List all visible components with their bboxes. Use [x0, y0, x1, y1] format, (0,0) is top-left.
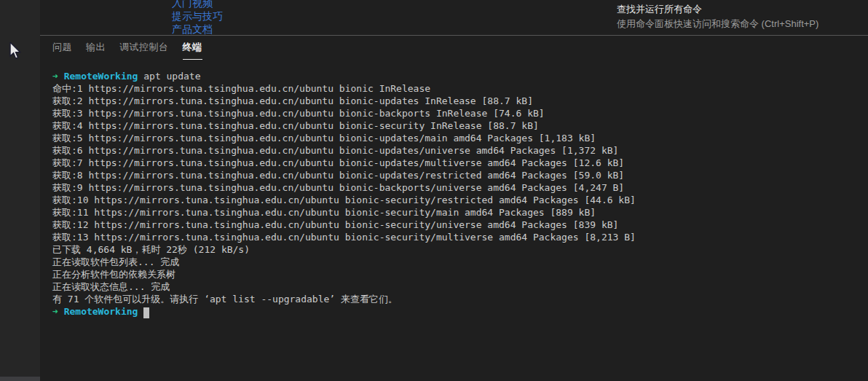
terminal-line: 获取:3 https://mirrors.tuna.tsinghua.edu.c… — [52, 107, 868, 119]
terminal-text-segment: 正在读取状态信息... 完成 — [52, 281, 170, 292]
terminal-text-segment: 获取:7 https://mirrors.tuna.tsinghua.edu.c… — [52, 157, 624, 168]
terminal-text-segment: 命中:1 https://mirrors.tuna.tsinghua.edu.c… — [52, 83, 430, 94]
activity-bar — [0, 0, 40, 381]
terminal-line: 获取:7 https://mirrors.tuna.tsinghua.edu.c… — [52, 157, 868, 169]
terminal-text-segment: 获取:4 https://mirrors.tuna.tsinghua.edu.c… — [52, 120, 539, 131]
terminal-text-segment — [58, 71, 64, 82]
terminal-text-segment: RemoteWorking — [64, 71, 138, 82]
command-palette-subtitle: 使用命令面板快速访问和搜索命令 (Ctrl+Shift+P) — [617, 17, 818, 31]
panel-tab-bar: 问题 输出 调试控制台 终端 — [40, 36, 868, 60]
terminal-line: 正在读取状态信息... 完成 — [52, 280, 868, 293]
tab-debug-console[interactable]: 调试控制台 — [119, 36, 169, 60]
terminal-text-segment: 获取:6 https://mirrors.tuna.tsinghua.edu.c… — [52, 145, 618, 156]
editor-area: 入门视频 提示与技巧 产品文档 查找并运行所有命令 使用命令面板快速访问和搜索命… — [40, 0, 868, 35]
terminal-text-segment: 获取:11 https://mirrors.tuna.tsinghua.edu.… — [52, 207, 596, 218]
terminal-text-segment: 有 71 个软件包可以升级。请执行 ‘apt list --upgradable… — [52, 294, 398, 305]
terminal-text-segment: 获取:12 https://mirrors.tuna.tsinghua.edu.… — [52, 219, 618, 230]
terminal-text-segment: ➜ — [52, 71, 58, 82]
terminal-line: 正在分析软件包的依赖关系树 — [52, 268, 868, 280]
terminal-text-segment: RemoteWorking — [64, 306, 138, 317]
terminal-line: 获取:11 https://mirrors.tuna.tsinghua.edu.… — [52, 206, 868, 219]
terminal-text-segment: 获取:2 https://mirrors.tuna.tsinghua.edu.c… — [52, 95, 533, 106]
vscode-window: 入门视频 提示与技巧 产品文档 查找并运行所有命令 使用命令面板快速访问和搜索命… — [0, 0, 868, 381]
terminal-text-segment — [138, 306, 143, 317]
terminal-line: ➜ RemoteWorking — [52, 305, 868, 318]
command-palette-hint: 查找并运行所有命令 使用命令面板快速访问和搜索命令 (Ctrl+Shift+P) — [617, 2, 818, 31]
terminal-line: 已下载 4,664 kB，耗时 22秒 (212 kB/s) — [52, 243, 868, 256]
terminal-line: 命中:1 https://mirrors.tuna.tsinghua.edu.c… — [52, 82, 868, 95]
terminal-text-segment: 获取:5 https://mirrors.tuna.tsinghua.edu.c… — [52, 133, 596, 144]
terminal-text-segment: 获取:3 https://mirrors.tuna.tsinghua.edu.c… — [52, 108, 545, 119]
terminal-line: 获取:9 https://mirrors.tuna.tsinghua.edu.c… — [52, 181, 868, 194]
terminal-line: 获取:5 https://mirrors.tuna.tsinghua.edu.c… — [52, 132, 868, 144]
terminal-text-segment: 获取:13 https://mirrors.tuna.tsinghua.edu.… — [52, 232, 636, 243]
tab-output[interactable]: 输出 — [86, 36, 106, 60]
terminal-line: 获取:8 https://mirrors.tuna.tsinghua.edu.c… — [52, 169, 868, 181]
terminal-output[interactable]: ➜ RemoteWorking apt update命中:1 https://m… — [40, 60, 868, 381]
command-palette-title[interactable]: 查找并运行所有命令 — [617, 2, 818, 17]
terminal-text-segment: 正在分析软件包的依赖关系树 — [52, 269, 175, 280]
terminal-line: 获取:2 https://mirrors.tuna.tsinghua.edu.c… — [52, 95, 868, 107]
terminal-text-segment: 获取:8 https://mirrors.tuna.tsinghua.edu.c… — [52, 170, 624, 181]
welcome-links: 入门视频 提示与技巧 产品文档 — [172, 0, 223, 35]
terminal-text-segment: 已下载 4,664 kB，耗时 22秒 (212 kB/s) — [52, 244, 250, 255]
tab-terminal[interactable]: 终端 — [183, 36, 202, 60]
terminal-text-segment — [58, 306, 64, 317]
terminal-text-segment: 获取:10 https://mirrors.tuna.tsinghua.edu.… — [52, 195, 636, 205]
link-tips-and-tricks[interactable]: 提示与技巧 — [172, 9, 223, 23]
terminal-text-segment: apt update — [138, 71, 200, 82]
terminal-line: 正在读取软件包列表... 完成 — [52, 256, 868, 268]
terminal-line: 获取:4 https://mirrors.tuna.tsinghua.edu.c… — [52, 119, 868, 132]
terminal-line: 获取:10 https://mirrors.tuna.tsinghua.edu.… — [52, 194, 868, 206]
sidebar-bottom-strip — [0, 377, 40, 381]
terminal-text-segment: 正在读取软件包列表... 完成 — [52, 256, 179, 267]
link-getting-started-video[interactable]: 入门视频 — [172, 0, 223, 9]
terminal-text-segment: 获取:9 https://mirrors.tuna.tsinghua.edu.c… — [52, 182, 624, 193]
terminal-line: 获取:12 https://mirrors.tuna.tsinghua.edu.… — [52, 219, 868, 231]
panel: 问题 输出 调试控制台 终端 ➜ RemoteWorking apt updat… — [40, 35, 868, 381]
terminal-cursor-block — [143, 307, 149, 318]
tab-problems[interactable]: 问题 — [52, 36, 72, 60]
terminal-text-segment: ➜ — [52, 306, 58, 317]
terminal-line: 获取:13 https://mirrors.tuna.tsinghua.edu.… — [52, 231, 868, 243]
terminal-line: 有 71 个软件包可以升级。请执行 ‘apt list --upgradable… — [52, 293, 868, 305]
link-product-docs[interactable]: 产品文档 — [172, 23, 223, 35]
terminal-line: 获取:6 https://mirrors.tuna.tsinghua.edu.c… — [52, 144, 868, 157]
terminal-line: ➜ RemoteWorking apt update — [52, 70, 868, 82]
